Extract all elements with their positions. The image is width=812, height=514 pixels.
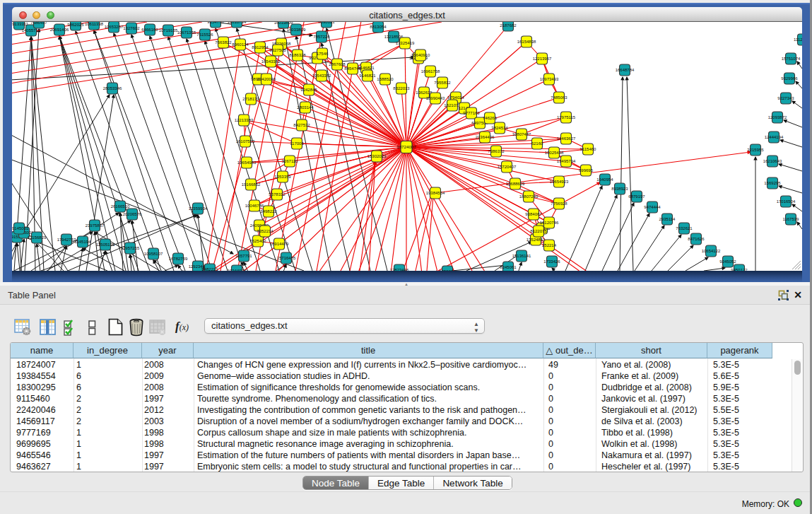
svg-text:7857224: 7857224 xyxy=(313,35,330,39)
svg-text:9482221: 9482221 xyxy=(201,267,218,271)
svg-text:10654122: 10654122 xyxy=(702,249,721,253)
svg-text:6879197: 6879197 xyxy=(628,194,645,199)
svg-text:117006: 117006 xyxy=(290,141,304,146)
svg-text:14463627: 14463627 xyxy=(557,136,576,141)
svg-text:252214: 252214 xyxy=(542,243,557,247)
svg-text:1167539: 1167539 xyxy=(783,217,800,221)
svg-text:13325419: 13325419 xyxy=(396,41,415,45)
svg-text:12823446: 12823446 xyxy=(390,268,409,271)
svg-text:19145001: 19145001 xyxy=(12,226,29,230)
svg-text:8938923: 8938923 xyxy=(611,187,628,191)
svg-text:16033809: 16033809 xyxy=(287,28,306,32)
svg-text:9777169: 9777169 xyxy=(463,111,480,115)
svg-text:2803144: 2803144 xyxy=(297,105,314,110)
svg-text:746266: 746266 xyxy=(483,116,498,120)
svg-text:16154838: 16154838 xyxy=(517,40,536,44)
svg-text:9146821: 9146821 xyxy=(359,74,376,78)
svg-text:8122075: 8122075 xyxy=(530,229,547,233)
svg-text:9657791: 9657791 xyxy=(235,254,252,258)
svg-text:10671355: 10671355 xyxy=(177,30,196,35)
svg-text:6466160: 6466160 xyxy=(141,28,158,32)
svg-text:15716485: 15716485 xyxy=(277,256,296,260)
svg-text:62160: 62160 xyxy=(531,141,543,146)
svg-text:7485063: 7485063 xyxy=(551,95,567,100)
svg-text:1145194: 1145194 xyxy=(75,240,92,244)
svg-text:21364436: 21364436 xyxy=(476,135,495,139)
svg-text:9450122: 9450122 xyxy=(731,268,748,271)
svg-text:18724007: 18724007 xyxy=(396,144,416,149)
svg-text:12213967: 12213967 xyxy=(533,57,552,61)
svg-text:10543382: 10543382 xyxy=(312,74,331,78)
svg-text:15751074: 15751074 xyxy=(782,57,801,61)
svg-text:1569295: 1569295 xyxy=(764,181,781,185)
svg-text:17546: 17546 xyxy=(317,52,329,56)
svg-text:16120746: 16120746 xyxy=(540,221,559,225)
svg-text:2935114: 2935114 xyxy=(659,217,676,221)
svg-text:15302023: 15302023 xyxy=(367,154,387,158)
svg-text:13524851: 13524851 xyxy=(526,238,546,242)
svg-text:8186328: 8186328 xyxy=(289,53,306,57)
svg-text:16210643: 16210643 xyxy=(763,159,782,163)
svg-text:8427532: 8427532 xyxy=(293,123,310,127)
svg-text:17016504: 17016504 xyxy=(777,199,796,204)
svg-text:16782759: 16782759 xyxy=(169,257,188,261)
svg-text:8245061: 8245061 xyxy=(500,265,517,269)
svg-text:9474444: 9474444 xyxy=(644,205,661,209)
svg-text:9154776: 9154776 xyxy=(207,22,224,24)
svg-text:9794024: 9794024 xyxy=(447,95,464,100)
svg-text:7515526: 7515526 xyxy=(196,33,213,37)
svg-text:8912954: 8912954 xyxy=(252,45,269,49)
svg-text:9327505: 9327505 xyxy=(269,48,286,52)
svg-text:7756928: 7756928 xyxy=(551,201,567,206)
svg-text:8471626: 8471626 xyxy=(688,237,705,241)
svg-text:10719155: 10719155 xyxy=(159,28,178,33)
svg-text:19384554: 19384554 xyxy=(426,191,445,195)
svg-text:9329966: 9329966 xyxy=(781,76,798,81)
svg-text:10046786: 10046786 xyxy=(245,204,264,208)
svg-text:9242845: 9242845 xyxy=(300,88,317,92)
svg-text:2867608: 2867608 xyxy=(329,62,346,66)
svg-text:1640954: 1640954 xyxy=(596,177,613,182)
svg-text:2718170: 2718170 xyxy=(242,97,259,101)
svg-text:10653267: 10653267 xyxy=(105,25,124,29)
svg-text:699695: 699695 xyxy=(579,168,594,173)
svg-text:18990443: 18990443 xyxy=(426,96,445,100)
svg-text:10244025: 10244025 xyxy=(228,269,247,271)
svg-text:12359934: 12359934 xyxy=(189,206,208,211)
svg-text:16107553: 16107553 xyxy=(236,139,255,144)
svg-text:7386372: 7386372 xyxy=(488,149,505,153)
svg-text:7955812: 7955812 xyxy=(434,81,451,85)
svg-text:9450233: 9450233 xyxy=(439,269,456,271)
svg-text:20691406: 20691406 xyxy=(50,28,69,32)
svg-text:26166510: 26166510 xyxy=(111,204,130,209)
svg-text:9862025: 9862025 xyxy=(67,23,84,27)
svg-text:12213383: 12213383 xyxy=(235,118,254,122)
svg-text:7663822: 7663822 xyxy=(215,40,232,45)
svg-text:12505135: 12505135 xyxy=(96,243,115,247)
svg-text:13495794: 13495794 xyxy=(557,159,576,163)
svg-text:15720407: 15720407 xyxy=(498,165,517,169)
svg-text:10688609: 10688609 xyxy=(506,182,525,186)
svg-text:14055713: 14055713 xyxy=(22,28,41,33)
svg-text:28053346: 28053346 xyxy=(103,86,122,90)
svg-text:11120847: 11120847 xyxy=(794,37,802,42)
svg-text:16914479: 16914479 xyxy=(270,242,289,246)
svg-text:2187682: 2187682 xyxy=(500,23,517,28)
svg-text:16033809: 16033809 xyxy=(274,22,293,25)
svg-text:16543382: 16543382 xyxy=(261,59,281,64)
svg-text:10025438: 10025438 xyxy=(545,151,564,155)
svg-text:8590021: 8590021 xyxy=(318,22,335,24)
svg-text:18807249: 18807249 xyxy=(519,194,539,199)
svg-text:8960124: 8960124 xyxy=(232,42,249,47)
svg-text:19654923: 19654923 xyxy=(550,180,569,184)
svg-text:19166852: 19166852 xyxy=(242,182,261,187)
svg-text:1327602: 1327602 xyxy=(123,26,140,30)
svg-text:3215955: 3215955 xyxy=(747,148,764,152)
svg-text:16640910: 16640910 xyxy=(411,53,430,57)
svg-text:7625402: 7625402 xyxy=(249,239,266,243)
svg-text:23420046: 23420046 xyxy=(257,77,276,81)
svg-text:12156829: 12156829 xyxy=(28,235,47,240)
svg-text:12444194: 12444194 xyxy=(765,135,784,139)
svg-text:1353359: 1353359 xyxy=(274,175,291,179)
svg-text:8813054: 8813054 xyxy=(370,25,387,29)
